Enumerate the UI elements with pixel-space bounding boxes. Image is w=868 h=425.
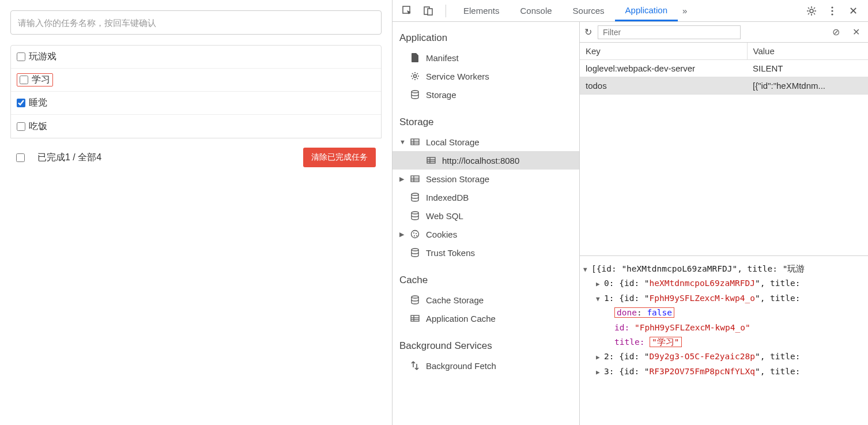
cell-key: todos (580, 77, 747, 95)
database-icon (410, 211, 420, 220)
sidebar-item-background-fetch[interactable]: Background Fetch (393, 356, 579, 375)
reload-icon[interactable]: ↻ (584, 27, 592, 37)
tab-elements[interactable]: Elements (453, 0, 510, 21)
file-icon (410, 53, 420, 62)
tab-more[interactable]: » (678, 0, 692, 21)
svg-point-39 (412, 231, 419, 238)
sidebar-item-label: Service Workers (426, 72, 489, 81)
svg-point-24 (412, 91, 418, 93)
clear-completed-button[interactable]: 清除已完成任务 (303, 148, 376, 167)
sidebar-section-cache: Cache (393, 272, 579, 291)
todo-checkbox[interactable] (17, 122, 25, 131)
sidebar-item-label: Manifest (426, 53, 459, 63)
sidebar-section-storage: Storage (393, 114, 579, 133)
sidebar-item-local-storage-origin[interactable]: http://localhost:8080 (393, 151, 579, 170)
tab-application[interactable]: Application (615, 0, 678, 21)
svg-rect-29 (427, 157, 435, 163)
svg-point-13 (831, 10, 833, 12)
todo-label: 睡觉 (29, 97, 47, 109)
database-icon (410, 193, 420, 202)
svg-rect-2 (428, 9, 432, 15)
database-icon (410, 295, 420, 304)
tab-console[interactable]: Console (510, 0, 563, 21)
todo-row: 玩游戏 (11, 46, 381, 69)
sidebar-item-websql[interactable]: Web SQL (393, 206, 579, 225)
svg-line-21 (417, 78, 418, 80)
todo-row: 学习 (11, 69, 381, 92)
sidebar-item-label: Cookies (426, 230, 457, 239)
sidebar-item-label: Cache Storage (426, 295, 484, 305)
database-icon (410, 90, 420, 99)
sidebar-section-bgservices: Background Services (393, 338, 579, 356)
gear-icon[interactable] (805, 4, 818, 18)
database-icon (410, 248, 420, 257)
close-icon[interactable]: ✕ (852, 27, 860, 37)
todo-checkbox[interactable] (20, 76, 28, 84)
storage-table: Key Value loglevel:webpack-dev-server SI… (580, 43, 868, 95)
kebab-menu-icon[interactable] (825, 4, 839, 18)
svg-point-42 (414, 235, 415, 236)
devtools-tabs: Elements Console Sources Application » ✕ (393, 0, 868, 22)
sidebar-item-label: Application Cache (426, 314, 496, 324)
svg-point-44 (412, 249, 418, 251)
sidebar-item-label: Storage (426, 90, 456, 100)
sidebar-item-storage-overview[interactable]: Storage (393, 85, 579, 104)
header-key[interactable]: Key (580, 43, 747, 60)
svg-line-20 (412, 73, 413, 74)
cell-value: [{"id":"heXMtdnm... (747, 77, 868, 95)
todo-row: 吃饭 (11, 115, 381, 138)
table-icon (410, 315, 420, 322)
device-toggle-icon[interactable] (421, 4, 435, 18)
inspect-element-icon[interactable] (401, 4, 414, 18)
header-value[interactable]: Value (747, 43, 868, 60)
sidebar-item-application-cache[interactable]: Application Cache (393, 309, 579, 328)
chevron-right-icon: ▶ (399, 231, 406, 238)
value-preview[interactable]: ▼[{id: "heXMtdnmcpoL69zaMRFDJ", title: "… (580, 256, 868, 425)
application-sidebar[interactable]: Application Manifest Service Workers Sto… (393, 22, 580, 425)
chevron-down-icon: ▼ (399, 138, 406, 145)
task-name-input[interactable] (10, 10, 382, 35)
sidebar-item-indexeddb[interactable]: IndexedDB (393, 188, 579, 206)
svg-point-41 (416, 233, 417, 234)
sidebar-item-label: Session Storage (426, 174, 489, 184)
storage-content: ↻ ⊘ ✕ Key Value l (580, 22, 868, 425)
todo-label: 吃饭 (29, 121, 47, 133)
svg-line-8 (808, 7, 809, 9)
svg-point-12 (831, 6, 833, 8)
table-icon (410, 175, 420, 182)
completion-status: 已完成1 / 全部4 (37, 152, 303, 164)
table-row[interactable]: todos [{"id":"heXMtdnm... (580, 77, 868, 95)
filter-input[interactable] (598, 25, 741, 39)
divider (446, 5, 446, 17)
sidebar-item-local-storage[interactable]: ▼ Local Storage (393, 133, 579, 151)
sidebar-item-label: Local Storage (426, 137, 480, 147)
sidebar-item-label: http://localhost:8080 (442, 156, 519, 166)
svg-line-9 (814, 13, 815, 14)
todo-list: 玩游戏 学习 睡觉 吃饭 (10, 45, 382, 138)
updown-icon (410, 361, 420, 370)
sidebar-item-service-workers[interactable]: Service Workers (393, 67, 579, 85)
sidebar-item-cookies[interactable]: ▶ Cookies (393, 225, 579, 243)
svg-line-10 (808, 13, 809, 14)
sidebar-item-trust-tokens[interactable]: Trust Tokens (393, 243, 579, 262)
sidebar-item-cache-storage[interactable]: Cache Storage (393, 291, 579, 309)
sidebar-item-manifest[interactable]: Manifest (393, 48, 579, 67)
svg-rect-33 (411, 176, 419, 182)
todo-checkbox[interactable] (17, 99, 25, 107)
cookie-icon (410, 230, 420, 239)
ban-icon[interactable]: ⊘ (832, 27, 840, 37)
devtools-panel: Elements Console Sources Application » ✕… (392, 0, 868, 425)
todo-row: 睡觉 (11, 92, 381, 115)
table-icon (410, 138, 420, 145)
close-icon[interactable]: ✕ (846, 4, 860, 18)
svg-line-23 (417, 73, 418, 74)
svg-point-45 (412, 296, 418, 298)
sidebar-item-session-storage[interactable]: ▶ Session Storage (393, 170, 579, 188)
svg-point-43 (416, 235, 417, 236)
svg-point-14 (831, 13, 833, 15)
table-row[interactable]: loglevel:webpack-dev-server SILENT (580, 60, 868, 77)
tab-sources[interactable]: Sources (563, 0, 615, 21)
select-all-checkbox[interactable] (16, 153, 25, 162)
todo-checkbox[interactable] (17, 52, 25, 61)
cell-key: loglevel:webpack-dev-server (580, 60, 747, 77)
